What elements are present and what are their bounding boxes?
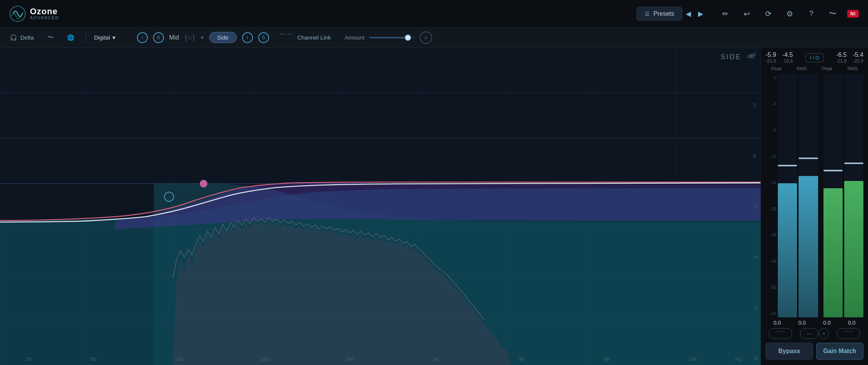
bottom-buttons: Bypass Gain Match (764, 341, 865, 361)
meter-thumb-out-l[interactable] (823, 170, 843, 171)
out-rms-r: -20.9 (853, 58, 863, 64)
logo-icon (9, 5, 26, 22)
delta-button[interactable]: 🎧 Delta (6, 33, 38, 43)
meter-thumb-in-r[interactable] (799, 158, 818, 159)
out-peak-l: -6.5 (836, 51, 847, 58)
meter-divider (820, 74, 822, 317)
divider (86, 32, 86, 43)
meter-fill-in-r (799, 176, 818, 317)
link-btn-2b[interactable]: + (819, 328, 829, 339)
app-title: Ozone (30, 7, 59, 16)
logo: Ozone ADVANCED (9, 5, 59, 22)
rms-label-left: RMS (791, 66, 812, 71)
scale-m15: -15 (766, 180, 776, 185)
scale-m10: -10 (766, 154, 776, 159)
meter-bar-out-l[interactable] (823, 74, 843, 317)
scale-m6: -6 (766, 128, 776, 132)
meter-val-1: 0.0 (766, 320, 789, 326)
peak-label-left: Peak (766, 66, 787, 71)
waveform-icon: 〜 (48, 34, 53, 41)
scale-m30: -30 (766, 232, 776, 237)
meter-thumb-out-r[interactable] (844, 163, 863, 164)
link-icon: ⌒⌒ (278, 32, 294, 43)
bypass-button[interactable]: Bypass (766, 343, 813, 360)
amount-label: Amount (345, 34, 365, 41)
secondary-bar: 🎧 Delta 〜 🌐 Digital ▾ i S Mid ⟨○⟩ ▾ Side… (0, 28, 868, 48)
digital-label: Digital (94, 34, 110, 41)
mid-side-area: i S Mid ⟨○⟩ ▾ Side i S ⌒⌒ Channel Link (137, 32, 331, 43)
scale-minf: -Inf (766, 311, 776, 316)
meter-bars (778, 74, 863, 317)
rms-l-val: -21.0 (766, 58, 776, 64)
prev-preset-button[interactable]: ◀ (682, 8, 695, 20)
scale-m50: -50 (766, 285, 776, 290)
app-subtitle: ADVANCED (30, 16, 59, 20)
eq-node-2 (200, 180, 208, 187)
link-btn-3[interactable]: ⌒⌒ (837, 328, 860, 339)
presets-button[interactable]: ☰ Presets (637, 7, 682, 21)
reset-knob-button[interactable]: ○ (420, 32, 432, 44)
side-solo-button[interactable]: S (258, 32, 269, 43)
scale-m40: -40 (766, 259, 776, 264)
side-info-button[interactable]: i (242, 32, 253, 43)
peak-r-val: -4.5 (782, 51, 793, 58)
meter-bar-group-1 (778, 74, 797, 317)
delta-label: Delta (20, 34, 34, 41)
amount-area: Amount ○ (345, 32, 432, 44)
mid-label: Mid (169, 34, 179, 41)
main-area: 4 2 0 -2 -4 -6 -8 SIDE dB 20 50 100 200 … (0, 48, 868, 365)
pencil-button[interactable]: ✏ (718, 7, 732, 21)
chevron-down-2: ▾ (201, 34, 204, 41)
meter-val-4: 0.0 (840, 320, 863, 326)
channel-link-area: ⌒⌒ Channel Link (278, 32, 331, 43)
meter-header: -5.9 -4.5 -21.0 -19.8 I / O -6.5 -5.4 (764, 51, 865, 64)
next-preset-button[interactable]: ▶ (695, 8, 707, 20)
meter-bar-in-r[interactable] (799, 74, 818, 317)
meter-val-row: 0.0 0.0 0.0 0.0 (764, 320, 865, 326)
undo-button[interactable]: ↩ (740, 7, 754, 21)
settings-button[interactable]: ⚙ (783, 7, 797, 21)
rms-values-right: -21.9 -20.9 (836, 58, 863, 64)
scale-m3: -3 (766, 101, 776, 106)
link-btn-2a[interactable]: — (800, 328, 818, 339)
top-bar: Ozone ADVANCED ☰ Presets ◀ ▶ ✏ ↩ ⟳ ⚙ ? 〜… (0, 0, 868, 28)
ni-badge: NI (847, 10, 859, 18)
amount-slider-fill (369, 37, 406, 38)
side-button[interactable]: Side (209, 32, 237, 43)
history-button[interactable]: ⟳ (761, 7, 775, 21)
gain-match-button[interactable]: Gain Match (816, 343, 864, 360)
digital-dropdown[interactable]: Digital ▾ (94, 34, 116, 41)
io-button[interactable]: I / O (805, 53, 823, 62)
mid-solo-button[interactable]: S (153, 32, 164, 43)
meter-bar-group-3 (823, 74, 843, 317)
eq-display[interactable]: 4 2 0 -2 -4 -6 -8 SIDE dB 20 50 100 200 … (0, 48, 761, 365)
meter-scale: 0 -3 -6 -10 -15 -20 -30 -40 -50 -Inf (766, 74, 776, 317)
peak-values-left: -5.9 -4.5 (766, 51, 793, 58)
rms-r-val: -19.8 (782, 58, 792, 64)
help-button[interactable]: ? (804, 7, 818, 21)
meter-bar-in-l[interactable] (778, 74, 797, 317)
logo-text: Ozone ADVANCED (30, 7, 59, 20)
scale-m20: -20 (766, 206, 776, 211)
meter-bar-group-2 (799, 74, 818, 317)
waveform-button[interactable]: 〜 (44, 32, 57, 43)
peak-label-right: Peak (817, 66, 838, 71)
meter-thumb-in-l[interactable] (778, 165, 797, 166)
meter-bar-group-4 (844, 74, 863, 317)
side-label: Side (217, 34, 229, 41)
mid-info-button[interactable]: i (137, 32, 148, 43)
peak-l-val: -5.9 (766, 51, 776, 58)
meter-panel: -5.9 -4.5 -21.0 -19.8 I / O -6.5 -5.4 (761, 48, 868, 365)
amount-slider[interactable] (369, 37, 415, 38)
meter-bar-out-r[interactable] (844, 74, 863, 317)
eq-svg (0, 48, 761, 365)
link-btn-1[interactable]: ⌒⌒ (769, 328, 792, 339)
peak-values-right: -6.5 -5.4 (836, 51, 863, 58)
meter-fill-out-r (844, 181, 863, 317)
peak-rms-row: Peak RMS Peak RMS (764, 66, 865, 71)
global-button[interactable]: 🌐 (63, 33, 78, 43)
rms-label-right: RMS (842, 66, 863, 71)
amount-slider-thumb[interactable] (405, 35, 411, 41)
rms-values-left: -21.0 -19.8 (766, 58, 793, 64)
left-meter-header: -5.9 -4.5 -21.0 -19.8 (766, 51, 793, 64)
